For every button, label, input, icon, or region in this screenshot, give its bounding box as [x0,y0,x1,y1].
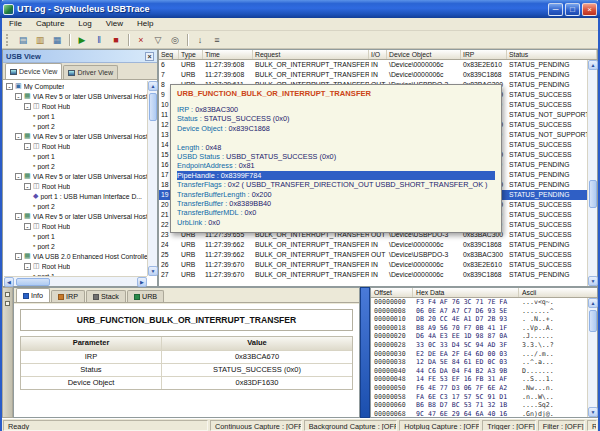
find-button[interactable]: ◎ [167,32,183,47]
scroll-down-icon[interactable]: ▼ [588,407,598,417]
start-capture-button[interactable]: ▶ [74,32,90,47]
column-header-io[interactable]: I/O [369,50,387,59]
scroll-thumb[interactable] [16,278,50,286]
tree-item[interactable]: ▪port 2 [4,121,147,131]
filter-button[interactable]: ▽ [150,32,166,47]
column-header-time[interactable]: Time [203,50,253,59]
column-header-request[interactable]: Request [253,50,369,59]
tree-expander-icon[interactable]: - [24,103,31,110]
tree-item[interactable]: ▪port 2 [4,241,147,251]
hex-row[interactable]: 00000030E2 DE EA 2F E4 6D 00 03.../.m.. [371,350,587,359]
tree-horizontal-scrollbar[interactable]: ◀ ▶ [4,276,147,286]
column-header-irp[interactable]: IRP [461,50,507,59]
scroll-thumb[interactable] [589,180,597,208]
scroll-down-icon[interactable]: ▼ [588,276,598,286]
hex-row[interactable]: 00000020D6 4A E3 EE 1D 98 87 0A.J...... [371,332,587,341]
tree-expander-icon[interactable]: - [15,173,22,180]
tree-item[interactable]: ▪port 1 [4,231,147,241]
scroll-right-icon[interactable]: ▶ [137,277,147,287]
tree-expander-icon[interactable]: - [15,253,22,260]
clear-log-button[interactable]: × [133,32,149,47]
column-header-seq[interactable]: Seq [159,50,179,59]
scroll-up-icon[interactable]: ▲ [588,60,598,70]
tree-item[interactable]: -◫Root Hub [4,181,147,191]
tab-urb[interactable]: URB [127,290,164,302]
tree-item[interactable]: ▪port 2 [4,201,147,211]
tree-item[interactable]: ▪port 1 [4,151,147,161]
tree-item[interactable]: ◆port 1 : USB Human Interface D... [4,191,147,201]
grid-row[interactable]: 27URB11:27:39:670BULK_OR_INTERRUPT_TRANS… [159,270,587,280]
save-log-button[interactable]: ▦ [49,32,65,47]
scroll-thumb[interactable] [149,93,157,121]
tree-item[interactable]: -◫Root Hub [4,101,147,111]
hex-row[interactable]: 00000058FA 6E C3 17 57 5C 91 D1.n..W\.. [371,393,587,402]
panel-close-icon[interactable]: × [145,52,154,61]
open-log-button[interactable]: ▥ [32,32,48,47]
grid-vertical-scrollbar[interactable]: ▲ ▼ [587,60,597,286]
column-header-type[interactable]: Type [179,50,203,59]
hex-row[interactable]: 00000018B8 A9 56 70 F7 0B 41 1F..Vp..A. [371,324,587,333]
tree-item[interactable]: -▦VIA Rev 5 or later USB Universal Host … [4,91,147,101]
tree-item[interactable]: -▦VIA USB 2.0 Enhanced Host Controller [4,251,147,261]
hex-row[interactable]: 00000000F3 F4 AF 76 3C 71 7E FA...v<q~. [371,298,587,307]
hex-row[interactable]: 0000004814 FE 53 EF 16 FB 31 AF..S...1. [371,375,587,384]
tree-item[interactable]: -▦VIA Rev 5 or later USB Universal Host … [4,211,147,221]
tree-expander-icon[interactable]: - [15,133,22,140]
column-header-deviceobject[interactable]: Device Object [387,50,461,59]
hex-row[interactable]: 0000003812 DA 5E 84 61 ED 0C 03..^.a... [371,358,587,367]
hex-row[interactable]: 00000060B6 B8 D7 BC 53 71 32 1B....Sq2. [371,401,587,410]
hex-row[interactable]: 0000004044 C6 DA 04 F4 B2 A3 9BD....... [371,367,587,376]
column-header-status[interactable]: Status [507,50,597,59]
tab-driver-view[interactable]: Driver View [63,65,118,79]
scroll-down-icon[interactable]: ▼ [148,266,158,276]
pause-capture-button[interactable]: ‖ [91,32,107,47]
autoscroll-button[interactable]: ↓ [192,32,208,47]
grid-row[interactable]: 6URB11:27:39:608BULK_OR_INTERRUPT_TRANSF… [159,60,587,70]
hex-row[interactable]: 0000000806 0E A7 A7 C7 D6 93 5E.......^ [371,307,587,316]
scroll-left-icon[interactable]: ◀ [4,277,14,287]
tab-info[interactable]: Info [16,288,50,302]
tree-item[interactable]: -◫Root Hub [4,221,147,231]
tree-item[interactable]: ▪port 1 [4,111,147,121]
grid-row[interactable]: 26URB11:27:39:670BULK_OR_INTERRUPT_TRANS… [159,260,587,270]
hex-row[interactable]: 00000010DB 20 CC 4E A1 D7 2B 93. .N..+. [371,315,587,324]
hex-row[interactable]: 000000689C 47 6E 29 64 6A 40 16.Gn)dj@. [371,410,587,417]
menu-view[interactable]: View [99,18,130,30]
tree-vertical-scrollbar[interactable]: ▲ ▼ [147,81,157,276]
close-button[interactable]: × [582,3,597,16]
tab-stack[interactable]: Stack [86,290,126,302]
stop-capture-button[interactable]: ■ [108,32,124,47]
tree-item[interactable]: -◫Root Hub [4,261,147,271]
grid-row[interactable]: 24URB11:27:39:662BULK_OR_INTERRUPT_TRANS… [159,240,587,250]
hex-row[interactable]: 0000002833 0C 33 D4 5C 94 AD 3F3.3.\..? [371,341,587,350]
tree-expander-icon[interactable]: - [24,143,31,150]
tree-expander-icon[interactable]: - [24,263,31,270]
tree-expander-icon[interactable]: - [24,183,31,190]
tree-item[interactable]: -▣My Computer [4,81,147,91]
menu-capture[interactable]: Capture [29,18,71,30]
menu-help[interactable]: Help [130,18,160,30]
properties-button[interactable]: ≡ [209,32,225,47]
docked-tab-strip[interactable] [2,287,13,418]
scroll-up-icon[interactable]: ▲ [588,298,598,308]
hex-panel-caption[interactable] [360,287,370,418]
maximize-button[interactable]: □ [565,3,580,16]
tab-irp[interactable]: IRP [51,290,85,302]
menu-file[interactable]: File [2,18,29,30]
tree-item[interactable]: -▦VIA Rev 5 or later USB Universal Host … [4,171,147,181]
menu-log[interactable]: Log [71,18,98,30]
tree-item[interactable]: -▦VIA Rev 5 or later USB Universal Host … [4,131,147,141]
tree-item[interactable]: ▪port 2 [4,161,147,171]
tree-item[interactable]: -◫Root Hub [4,141,147,151]
hex-row[interactable]: 00000050F6 4E 77 D3 06 7F 6E A2.Nw...n. [371,384,587,393]
tree-expander-icon[interactable]: - [15,213,22,220]
scroll-up-icon[interactable]: ▲ [148,81,158,91]
tree-expander-icon[interactable]: - [24,223,31,230]
hex-vertical-scrollbar[interactable]: ▲ ▼ [587,298,597,417]
tree-expander-icon[interactable]: - [6,83,13,90]
grid-row[interactable]: 7URB11:27:39:608BULK_OR_INTERRUPT_TRANSF… [159,70,587,80]
grid-row[interactable]: 25URB11:27:39:662BULK_OR_INTERRUPT_TRANS… [159,250,587,260]
minimize-button[interactable]: ─ [548,3,563,16]
new-log-button[interactable]: ▤ [15,32,31,47]
tab-device-view[interactable]: Device View [5,63,62,79]
